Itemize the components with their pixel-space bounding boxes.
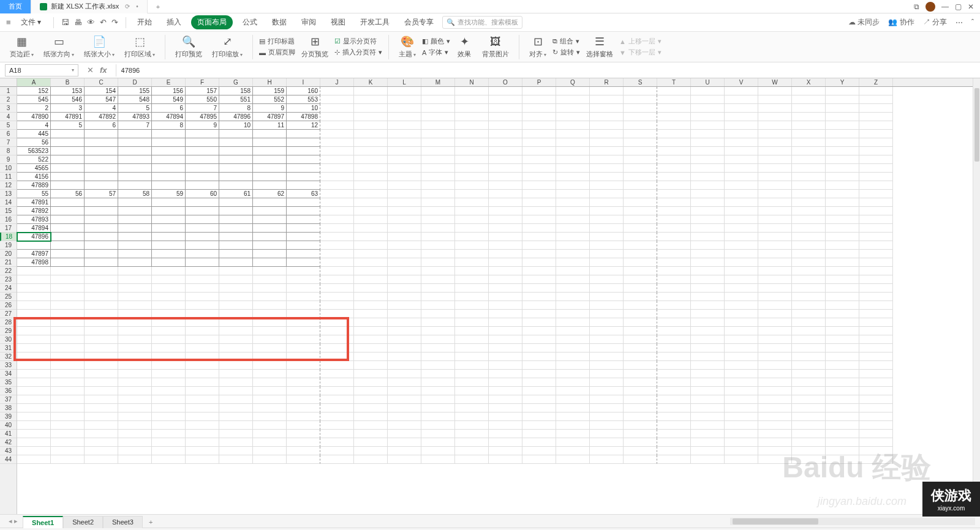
cell[interactable] [320,275,354,284]
cell[interactable] [253,147,287,155]
cell[interactable] [186,267,219,275]
cell[interactable] [118,344,152,353]
cell[interactable] [186,412,219,421]
cell[interactable] [826,275,859,284]
cell[interactable] [51,207,85,215]
ribbon-pagebreak-preview[interactable]: ⊞分页预览 [298,34,332,60]
cell[interactable] [118,130,152,138]
cell[interactable] [691,121,725,130]
cell[interactable] [489,104,522,113]
cell[interactable] [85,275,118,284]
cell[interactable] [758,455,792,464]
cell[interactable]: 47897 [253,113,287,121]
cell[interactable] [253,455,287,464]
cell[interactable] [758,113,792,121]
cell[interactable] [657,293,691,301]
cell[interactable]: 57 [85,190,118,198]
cell[interactable]: 4 [85,104,118,113]
cell[interactable] [758,121,792,130]
cell[interactable] [826,404,859,412]
cell[interactable] [522,155,556,164]
cell[interactable] [219,130,253,138]
cell[interactable] [725,130,758,138]
cell[interactable] [320,438,354,447]
cell[interactable] [859,250,893,258]
cell[interactable]: 155 [118,87,152,95]
cell[interactable] [455,412,489,421]
cell[interactable] [758,318,792,327]
cell[interactable] [388,404,421,412]
cell[interactable] [186,258,219,267]
cell[interactable] [253,361,287,370]
cell[interactable] [253,284,287,293]
col-header[interactable]: D [118,78,152,86]
cell[interactable] [522,224,556,233]
cell[interactable] [657,173,691,181]
cell[interactable] [489,318,522,327]
cell[interactable] [186,387,219,395]
cell[interactable] [556,438,590,447]
cell[interactable]: 159 [253,87,287,95]
cell[interactable] [624,104,657,113]
cell[interactable] [287,344,320,353]
cell[interactable] [85,250,118,258]
cell[interactable] [792,121,826,130]
cell[interactable] [489,267,522,275]
cell[interactable] [691,173,725,181]
cell[interactable] [219,447,253,455]
cell[interactable] [421,447,455,455]
cell[interactable] [624,87,657,95]
cell[interactable] [590,353,624,361]
cell[interactable] [590,284,624,293]
cell[interactable] [219,284,253,293]
cell[interactable] [691,455,725,464]
cell[interactable] [590,95,624,104]
qat-preview-icon[interactable]: 👁 [87,18,95,27]
cell[interactable] [287,267,320,275]
cell[interactable] [725,95,758,104]
cell[interactable] [152,353,186,361]
row-header[interactable]: 34 [0,370,17,378]
cell[interactable] [725,155,758,164]
cell[interactable] [725,250,758,258]
col-header[interactable]: G [219,78,253,86]
cell[interactable] [792,138,826,147]
cell[interactable] [859,95,893,104]
cell[interactable] [421,258,455,267]
cell[interactable] [556,147,590,155]
cell[interactable]: 552 [253,95,287,104]
cell[interactable] [421,130,455,138]
cell[interactable] [826,190,859,198]
cell[interactable] [522,95,556,104]
ribbon-theme[interactable]: 🎨主题▾ [395,34,420,60]
cell[interactable] [624,275,657,284]
cell[interactable] [320,378,354,387]
cell[interactable] [590,241,624,250]
col-header[interactable]: S [624,78,657,86]
cell[interactable] [725,438,758,447]
cell[interactable] [691,87,725,95]
cell[interactable] [725,181,758,190]
cell[interactable] [354,370,388,378]
window-maximize[interactable]: ▢ [955,2,962,11]
col-header[interactable]: H [253,78,287,86]
row-header[interactable]: 4 [0,113,17,121]
cell[interactable]: 7 [118,121,152,130]
cell[interactable] [522,293,556,301]
cell[interactable] [758,198,792,207]
cell[interactable] [421,173,455,181]
cell[interactable] [758,241,792,250]
cell[interactable] [85,215,118,224]
cell[interactable] [725,215,758,224]
cell[interactable] [118,164,152,173]
cell[interactable] [455,378,489,387]
cell[interactable] [85,155,118,164]
cell[interactable] [691,250,725,258]
cell[interactable] [624,412,657,421]
cell[interactable] [455,335,489,344]
row-header[interactable]: 20 [0,250,17,258]
cell[interactable] [522,378,556,387]
cell[interactable] [253,293,287,301]
cell[interactable] [725,344,758,353]
cell[interactable] [320,87,354,95]
